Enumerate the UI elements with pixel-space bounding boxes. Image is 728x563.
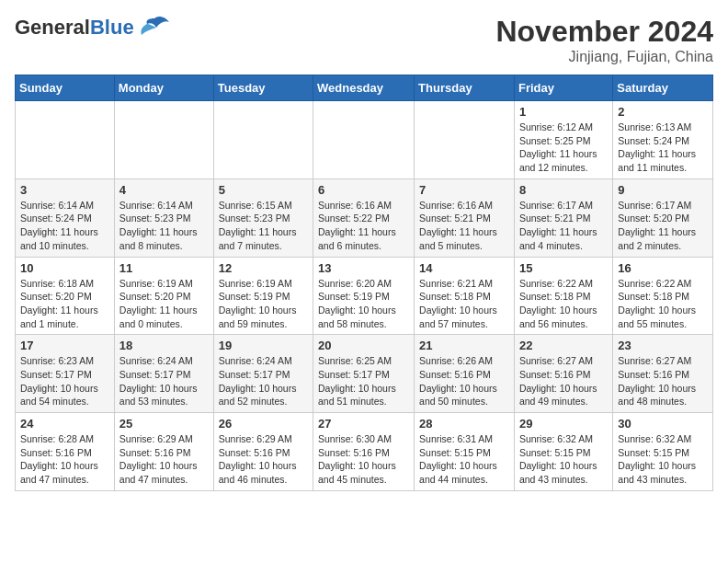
calendar-cell: 18Sunrise: 6:24 AM Sunset: 5:17 PM Dayli…	[114, 335, 213, 413]
calendar-cell: 14Sunrise: 6:21 AM Sunset: 5:18 PM Dayli…	[415, 257, 515, 335]
logo-text: GeneralBlue	[15, 16, 134, 40]
calendar-cell: 20Sunrise: 6:25 AM Sunset: 5:17 PM Dayli…	[313, 335, 415, 413]
calendar-cell: 1Sunrise: 6:12 AM Sunset: 5:25 PM Daylig…	[514, 101, 612, 179]
day-info: Sunrise: 6:24 AM Sunset: 5:17 PM Dayligh…	[119, 354, 209, 408]
day-number: 28	[419, 417, 509, 431]
day-number: 25	[119, 417, 209, 431]
day-number: 10	[20, 261, 109, 275]
day-number: 17	[20, 339, 109, 352]
calendar-cell: 21Sunrise: 6:26 AM Sunset: 5:16 PM Dayli…	[415, 335, 515, 413]
day-info: Sunrise: 6:27 AM Sunset: 5:16 PM Dayligh…	[519, 354, 608, 408]
logo: GeneralBlue	[15, 15, 171, 40]
day-number: 4	[119, 183, 209, 197]
day-number: 8	[519, 183, 608, 197]
day-of-week-friday: Friday	[514, 75, 612, 101]
day-info: Sunrise: 6:17 AM Sunset: 5:21 PM Dayligh…	[519, 199, 608, 253]
day-number: 27	[318, 417, 409, 431]
logo-blue: Blue	[90, 16, 134, 39]
day-info: Sunrise: 6:31 AM Sunset: 5:15 PM Dayligh…	[419, 432, 509, 487]
day-of-week-monday: Monday	[114, 75, 213, 101]
day-info: Sunrise: 6:23 AM Sunset: 5:17 PM Dayligh…	[20, 354, 109, 408]
calendar-cell: 5Sunrise: 6:15 AM Sunset: 5:23 PM Daylig…	[213, 178, 313, 257]
calendar-cell: 2Sunrise: 6:13 AM Sunset: 5:24 PM Daylig…	[613, 101, 713, 179]
day-info: Sunrise: 6:18 AM Sunset: 5:20 PM Dayligh…	[20, 277, 109, 331]
calendar-cell: 22Sunrise: 6:27 AM Sunset: 5:16 PM Dayli…	[514, 335, 612, 413]
day-info: Sunrise: 6:16 AM Sunset: 5:21 PM Dayligh…	[419, 199, 509, 253]
day-number: 22	[519, 339, 608, 352]
day-info: Sunrise: 6:19 AM Sunset: 5:20 PM Dayligh…	[119, 277, 209, 331]
day-of-week-sunday: Sunday	[16, 75, 115, 101]
day-of-week-thursday: Thursday	[415, 75, 515, 101]
day-number: 30	[618, 417, 708, 431]
day-of-week-saturday: Saturday	[613, 75, 713, 101]
calendar-header: SundayMondayTuesdayWednesdayThursdayFrid…	[16, 75, 713, 101]
title-area: November 2024 Jinjiang, Fujian, China	[495, 15, 713, 65]
month-title: November 2024	[495, 15, 713, 49]
day-number: 24	[20, 417, 109, 431]
week-row-1: 1Sunrise: 6:12 AM Sunset: 5:25 PM Daylig…	[16, 101, 713, 179]
day-number: 5	[219, 183, 308, 197]
calendar-cell: 17Sunrise: 6:23 AM Sunset: 5:17 PM Dayli…	[16, 335, 115, 413]
calendar-cell	[415, 101, 515, 179]
week-row-2: 3Sunrise: 6:14 AM Sunset: 5:24 PM Daylig…	[16, 178, 713, 257]
day-info: Sunrise: 6:24 AM Sunset: 5:17 PM Dayligh…	[219, 354, 308, 408]
calendar-cell: 13Sunrise: 6:20 AM Sunset: 5:19 PM Dayli…	[313, 257, 415, 335]
day-info: Sunrise: 6:15 AM Sunset: 5:23 PM Dayligh…	[219, 199, 308, 253]
day-info: Sunrise: 6:32 AM Sunset: 5:15 PM Dayligh…	[519, 432, 608, 487]
day-number: 9	[618, 183, 708, 197]
day-info: Sunrise: 6:32 AM Sunset: 5:15 PM Dayligh…	[618, 432, 708, 487]
calendar-cell: 15Sunrise: 6:22 AM Sunset: 5:18 PM Dayli…	[514, 257, 612, 335]
week-row-5: 24Sunrise: 6:28 AM Sunset: 5:16 PM Dayli…	[16, 413, 713, 491]
day-number: 18	[119, 339, 209, 352]
calendar-cell: 8Sunrise: 6:17 AM Sunset: 5:21 PM Daylig…	[514, 178, 612, 257]
calendar-cell: 4Sunrise: 6:14 AM Sunset: 5:23 PM Daylig…	[114, 178, 213, 257]
day-number: 7	[419, 183, 509, 197]
day-info: Sunrise: 6:17 AM Sunset: 5:20 PM Dayligh…	[618, 199, 708, 253]
day-info: Sunrise: 6:19 AM Sunset: 5:19 PM Dayligh…	[219, 277, 308, 331]
day-number: 21	[419, 339, 509, 352]
calendar-cell: 28Sunrise: 6:31 AM Sunset: 5:15 PM Dayli…	[415, 413, 515, 491]
week-row-3: 10Sunrise: 6:18 AM Sunset: 5:20 PM Dayli…	[16, 257, 713, 335]
day-number: 1	[519, 105, 608, 119]
day-number: 3	[20, 183, 109, 197]
day-info: Sunrise: 6:16 AM Sunset: 5:22 PM Dayligh…	[318, 199, 409, 253]
day-of-week-wednesday: Wednesday	[313, 75, 415, 101]
logo-bird-icon	[138, 15, 171, 40]
day-number: 29	[519, 417, 608, 431]
calendar-body: 1Sunrise: 6:12 AM Sunset: 5:25 PM Daylig…	[16, 101, 713, 491]
day-number: 16	[618, 261, 708, 275]
day-number: 19	[219, 339, 308, 352]
calendar-cell: 9Sunrise: 6:17 AM Sunset: 5:20 PM Daylig…	[613, 178, 713, 257]
day-info: Sunrise: 6:25 AM Sunset: 5:17 PM Dayligh…	[318, 354, 409, 408]
header: GeneralBlue November 2024 Jinjiang, Fuji…	[15, 15, 713, 65]
week-row-4: 17Sunrise: 6:23 AM Sunset: 5:17 PM Dayli…	[16, 335, 713, 413]
day-number: 23	[618, 339, 708, 352]
day-info: Sunrise: 6:26 AM Sunset: 5:16 PM Dayligh…	[419, 354, 509, 408]
calendar-cell: 16Sunrise: 6:22 AM Sunset: 5:18 PM Dayli…	[613, 257, 713, 335]
calendar-cell: 11Sunrise: 6:19 AM Sunset: 5:20 PM Dayli…	[114, 257, 213, 335]
day-info: Sunrise: 6:14 AM Sunset: 5:24 PM Dayligh…	[20, 199, 109, 253]
calendar-cell: 26Sunrise: 6:29 AM Sunset: 5:16 PM Dayli…	[213, 413, 313, 491]
calendar-cell	[114, 101, 213, 179]
day-info: Sunrise: 6:29 AM Sunset: 5:16 PM Dayligh…	[119, 432, 209, 487]
day-number: 20	[318, 339, 409, 352]
calendar-cell: 10Sunrise: 6:18 AM Sunset: 5:20 PM Dayli…	[16, 257, 115, 335]
day-info: Sunrise: 6:22 AM Sunset: 5:18 PM Dayligh…	[618, 277, 708, 331]
day-info: Sunrise: 6:28 AM Sunset: 5:16 PM Dayligh…	[20, 432, 109, 487]
day-info: Sunrise: 6:27 AM Sunset: 5:16 PM Dayligh…	[618, 354, 708, 408]
day-info: Sunrise: 6:13 AM Sunset: 5:24 PM Dayligh…	[618, 121, 708, 175]
calendar-cell: 3Sunrise: 6:14 AM Sunset: 5:24 PM Daylig…	[16, 178, 115, 257]
calendar-cell: 30Sunrise: 6:32 AM Sunset: 5:15 PM Dayli…	[613, 413, 713, 491]
calendar-cell: 23Sunrise: 6:27 AM Sunset: 5:16 PM Dayli…	[613, 335, 713, 413]
calendar-cell: 25Sunrise: 6:29 AM Sunset: 5:16 PM Dayli…	[114, 413, 213, 491]
calendar: SundayMondayTuesdayWednesdayThursdayFrid…	[15, 75, 713, 491]
calendar-cell	[313, 101, 415, 179]
logo-general: General	[15, 16, 90, 39]
calendar-cell: 29Sunrise: 6:32 AM Sunset: 5:15 PM Dayli…	[514, 413, 612, 491]
day-number: 13	[318, 261, 409, 275]
day-number: 15	[519, 261, 608, 275]
day-number: 12	[219, 261, 308, 275]
day-info: Sunrise: 6:22 AM Sunset: 5:18 PM Dayligh…	[519, 277, 608, 331]
day-info: Sunrise: 6:14 AM Sunset: 5:23 PM Dayligh…	[119, 199, 209, 253]
calendar-cell	[16, 101, 115, 179]
